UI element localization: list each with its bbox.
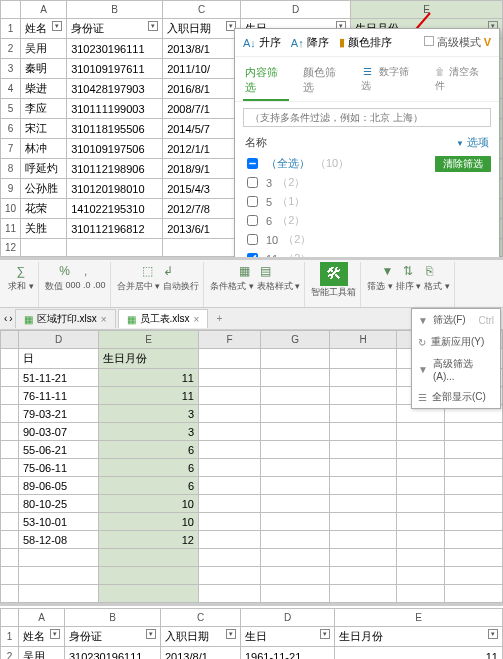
ribbon-icon[interactable]: ▤: [257, 262, 275, 280]
col-A[interactable]: A: [21, 1, 67, 19]
tab-number-filter[interactable]: ☰ 数字筛选: [359, 61, 420, 101]
close-icon[interactable]: ×: [194, 314, 200, 325]
ribbon-label[interactable]: 自动换行: [163, 280, 199, 293]
tabs-next-icon[interactable]: ›: [9, 313, 12, 324]
filter-value-item[interactable]: 5（1）: [243, 192, 491, 211]
ribbon-icon[interactable]: ▼: [378, 262, 396, 280]
list-header-options[interactable]: ▼ 选项: [456, 135, 489, 150]
corner[interactable]: [1, 609, 19, 627]
checkbox[interactable]: [247, 177, 258, 188]
col-G[interactable]: G: [261, 331, 330, 349]
ribbon-icon[interactable]: ▦: [236, 262, 254, 280]
ribbon-label[interactable]: 排序 ▾: [396, 280, 422, 293]
col-E[interactable]: E: [335, 609, 503, 627]
color-sort-icon: ▮: [339, 36, 345, 49]
table-row[interactable]: 58-12-0812: [1, 531, 503, 549]
col-B[interactable]: B: [65, 609, 161, 627]
col-B[interactable]: B: [67, 1, 163, 19]
ribbon-icon[interactable]: ⬚: [138, 262, 156, 280]
table-row[interactable]: 90-03-073: [1, 423, 503, 441]
close-icon[interactable]: ×: [101, 314, 107, 325]
checkbox[interactable]: [247, 234, 258, 245]
ribbon-label[interactable]: 求和 ▾: [8, 280, 34, 293]
tab-color-filter[interactable]: 颜色筛选: [301, 61, 347, 101]
ribbon-icon[interactable]: ↲: [159, 262, 177, 280]
menu-item[interactable]: ☰全部显示(C): [412, 386, 500, 408]
filter-icon[interactable]: ▾: [226, 629, 236, 639]
ribbon-icon[interactable]: ∑: [12, 262, 30, 280]
tabs-prev-icon[interactable]: ‹: [4, 313, 7, 324]
filter-value-item[interactable]: 3（2）: [243, 173, 491, 192]
clear-filter-button[interactable]: 清除筛选: [435, 156, 491, 172]
checkbox[interactable]: [247, 158, 258, 169]
checkbox[interactable]: [247, 196, 258, 207]
filter-value-item[interactable]: 10（2）: [243, 230, 491, 249]
ribbon-toolbar: ∑求和 ▾%‚数值000 .0 .00⬚↲合并居中 ▾自动换行▦▤条件格式 ▾表…: [0, 260, 503, 308]
filter-icon[interactable]: ▾: [146, 629, 156, 639]
checkbox[interactable]: [247, 215, 258, 226]
menu-icon: ↻: [418, 337, 426, 348]
ribbon-label[interactable]: 数值: [45, 280, 63, 293]
clear-conditions[interactable]: 🗑 清空条件: [433, 61, 491, 101]
bottom-pane: A B C D E 1 姓名▾ 身份证▾ 入职日期▾ 生日▾ 生日月份▾ 2吴用…: [0, 606, 503, 659]
color-sort-button[interactable]: ▮颜色排序: [339, 35, 392, 50]
table-row[interactable]: 75-06-116: [1, 459, 503, 477]
col-A[interactable]: A: [19, 609, 65, 627]
hdr-id: 身份证: [71, 22, 104, 34]
tab-content-filter[interactable]: 内容筛选: [243, 61, 289, 101]
table-row[interactable]: 89-06-056: [1, 477, 503, 495]
col-F[interactable]: F: [199, 331, 261, 349]
menu-item[interactable]: ↻重新应用(Y): [412, 331, 500, 353]
ribbon-icon[interactable]: ⇅: [399, 262, 417, 280]
ribbon-label[interactable]: 000 .0 .00: [66, 280, 106, 293]
col-C[interactable]: C: [161, 609, 241, 627]
corner[interactable]: [1, 1, 21, 19]
col-D[interactable]: D: [241, 1, 351, 19]
hdr-month: 生日月份: [99, 349, 199, 369]
ribbon-label[interactable]: 筛选 ▾: [367, 280, 393, 293]
workbook-tab-1[interactable]: ▦区域打印.xlsx×: [15, 309, 116, 328]
filter-icon[interactable]: ▾: [320, 629, 330, 639]
sort-asc-button[interactable]: A↓升序: [243, 35, 281, 50]
col-D[interactable]: D: [19, 331, 99, 349]
col-H[interactable]: H: [330, 331, 397, 349]
filter-icon[interactable]: ▾: [148, 21, 158, 31]
ribbon-label[interactable]: 智能工具箱: [311, 286, 356, 299]
filter-value-item[interactable]: 6（2）: [243, 211, 491, 230]
ribbon-icon[interactable]: 🛠: [320, 262, 348, 286]
new-tab-button[interactable]: +: [210, 313, 228, 324]
ribbon-label[interactable]: 表格样式 ▾: [257, 280, 301, 293]
ribbon-label[interactable]: 条件格式 ▾: [210, 280, 254, 293]
menu-item[interactable]: ▼高级筛选(A)...: [412, 353, 500, 386]
table-row[interactable]: 80-10-2510: [1, 495, 503, 513]
col-D[interactable]: D: [241, 609, 335, 627]
table-row[interactable]: 55-06-216: [1, 441, 503, 459]
sort-desc-icon: A↑: [291, 37, 304, 49]
sort-desc-button[interactable]: A↑降序: [291, 35, 329, 50]
filter-value-item[interactable]: （全选）（10）清除筛选: [243, 154, 491, 173]
menu-item[interactable]: ▼筛选(F)Ctrl: [412, 309, 500, 331]
ribbon-group: %‚数值000 .0 .00: [41, 262, 111, 307]
workbook-tab-2[interactable]: ▦员工表.xlsx×: [118, 309, 209, 328]
grid-bottom[interactable]: A B C D E 1 姓名▾ 身份证▾ 入职日期▾ 生日▾ 生日月份▾ 2吴用…: [0, 608, 503, 659]
header-row[interactable]: 1 姓名▾ 身份证▾ 入职日期▾ 生日▾ 生日月份▾: [1, 627, 503, 647]
filter-icon[interactable]: ▾: [52, 21, 62, 31]
ribbon-label[interactable]: 合并居中 ▾: [117, 280, 161, 293]
menu-icon: ☰: [418, 392, 427, 403]
table-row[interactable]: 53-10-0110: [1, 513, 503, 531]
hdr-hire: 入职日期: [167, 22, 211, 34]
ribbon-icon[interactable]: ‚: [77, 262, 95, 280]
col-C[interactable]: C: [163, 1, 241, 19]
ribbon-group: 🛠智能工具箱: [307, 262, 361, 307]
col-E[interactable]: E: [99, 331, 199, 349]
advanced-mode-toggle[interactable]: 高级模式 V: [424, 35, 491, 50]
col-E[interactable]: E: [351, 1, 503, 19]
ribbon-icon[interactable]: ⎘: [420, 262, 438, 280]
table-row[interactable]: 2吴用3102301961112013/8/11961-11-2111: [1, 647, 503, 660]
filter-icon[interactable]: ▾: [488, 629, 498, 639]
filter-search-input[interactable]: [243, 108, 491, 127]
filter-icon[interactable]: ▾: [50, 629, 60, 639]
ribbon-label[interactable]: 格式 ▾: [424, 280, 450, 293]
ribbon-icon[interactable]: %: [56, 262, 74, 280]
ribbon-group: ▦▤条件格式 ▾表格样式 ▾: [206, 262, 305, 307]
